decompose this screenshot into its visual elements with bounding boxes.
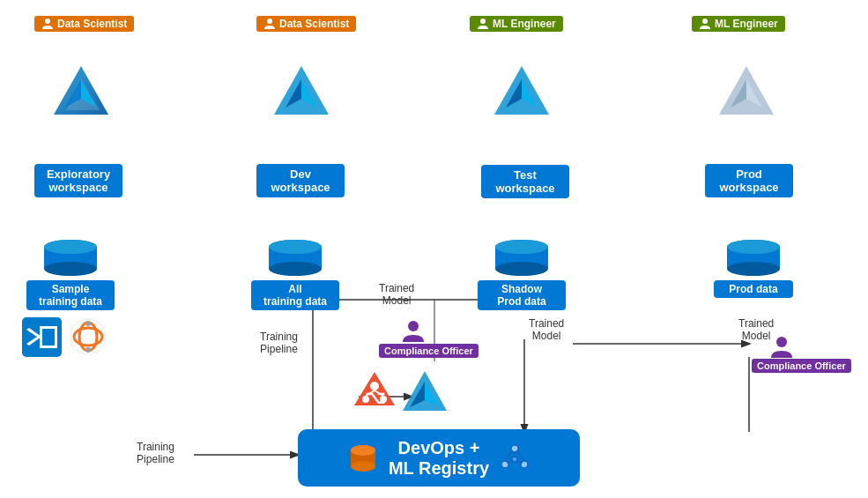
svg-point-11 (480, 19, 486, 24)
mlregistry-icon (498, 442, 531, 475)
svg-point-56 (370, 382, 379, 390)
db-label-3: ShadowProd data (478, 280, 566, 310)
text-trained-model-2: TrainedModel (529, 317, 564, 342)
svg-point-64 (408, 321, 419, 331)
azure-icon-w4 (714, 62, 780, 131)
compliance-badge-2: Compliance Officer (752, 359, 851, 373)
workspace-label-2: Devworkspace (256, 164, 345, 197)
svg-point-65 (776, 337, 787, 347)
svg-point-33 (269, 240, 322, 254)
git-icon: ⌥ (352, 370, 397, 418)
svg-point-28 (44, 262, 97, 276)
svg-point-32 (269, 262, 322, 276)
person-icon-ml1 (477, 18, 489, 30)
svg-point-68 (351, 461, 375, 472)
svg-point-36 (495, 262, 548, 276)
azure-icon-middle (401, 368, 449, 420)
role-badge-ml1: ML Engineer (470, 16, 563, 32)
svg-point-57 (362, 396, 369, 403)
svg-point-52 (85, 347, 91, 353)
svg-point-51 (85, 321, 91, 326)
svg-point-58 (380, 396, 387, 403)
role-label-ml1: ML Engineer (493, 18, 556, 30)
svg-point-40 (727, 262, 780, 276)
workspace-label-4: Prodworkspace (705, 164, 793, 197)
text-trained-model-1: TrainedModel (379, 282, 414, 307)
svg-line-75 (507, 461, 513, 463)
svg-point-41 (727, 240, 780, 254)
svg-point-12 (702, 19, 708, 24)
compliance-badge-1: Compliance Officer (379, 344, 479, 358)
svg-line-76 (516, 461, 523, 463)
person-icon-ml2 (699, 18, 711, 30)
role-badge-ml2: ML Engineer (692, 16, 785, 32)
devops-box: DevOps +ML Registry (298, 429, 580, 487)
text-training-pipeline-1: TrainingPipeline (260, 331, 298, 355)
workspace-label-3: Testworkspace (481, 165, 569, 198)
svg-rect-44 (40, 326, 42, 348)
person-icon-ds1 (41, 18, 54, 30)
db-label-2: Alltraining data (251, 280, 339, 310)
db-icon-3 (491, 238, 553, 286)
azure-icon-w3 (489, 62, 555, 131)
svg-point-10 (267, 19, 272, 24)
azure-icon-w2 (269, 62, 335, 131)
text-trained-model-3: TrainedModel (738, 317, 774, 342)
db-icon-1 (40, 238, 101, 286)
svg-point-29 (44, 240, 97, 254)
person-icon-ds2 (263, 18, 276, 30)
role-label-ds1: Data Scientist (57, 18, 127, 30)
devops-label: DevOps +ML Registry (389, 438, 489, 479)
barrel-icon (346, 442, 380, 475)
workspace-label-1: Exploratoryworkspace (34, 164, 122, 197)
role-badge-ds1: Data Scientist (34, 16, 134, 32)
text-training-pipeline-2: TrainingPipeline (137, 441, 174, 465)
azure-icon-w1 (48, 62, 115, 131)
vscode-icon (22, 317, 62, 357)
db-label-1: Sampletraining data (26, 280, 115, 310)
svg-rect-47 (55, 326, 57, 348)
role-badge-ds2: Data Scientist (256, 16, 356, 32)
svg-point-69 (351, 445, 375, 456)
jupyter-icon (69, 317, 108, 357)
tool-icons (22, 317, 108, 357)
role-label-ds2: Data Scientist (279, 18, 349, 30)
svg-point-37 (495, 240, 548, 254)
main-diagram: Data Scientist Data Scientist ML Enginee… (0, 0, 868, 498)
svg-point-9 (45, 19, 50, 24)
db-icon-2 (264, 238, 326, 286)
db-label-4: Prod data (714, 280, 793, 298)
db-icon-4 (723, 238, 784, 286)
role-label-ml2: ML Engineer (715, 18, 778, 30)
